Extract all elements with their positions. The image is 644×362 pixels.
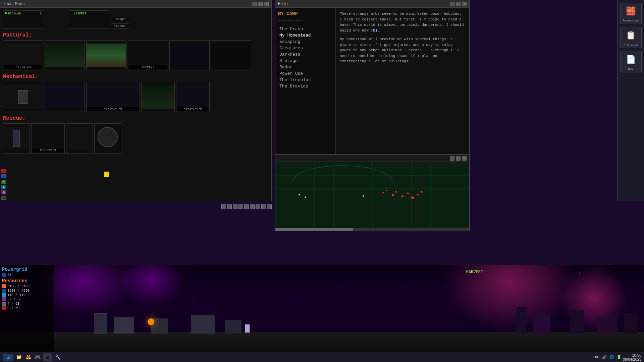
help-nav-my-homestead[interactable]: My Homestead xyxy=(278,32,333,39)
pastural-label-1: +1+2+3+4+5 xyxy=(4,65,42,69)
help-content: MY CAMP ---------- The Crash My Homestea… xyxy=(275,8,469,154)
map-scroll-thumb[interactable] xyxy=(275,228,353,231)
tech-menu-titlebar: Tech Menu ─ □ ✕ xyxy=(0,0,271,8)
start-button[interactable]: ⊞ xyxy=(3,354,13,361)
minimap-scrollbar[interactable] xyxy=(275,228,469,231)
right-panel: 🧱 Resources 📋 Projects 📄 BOL xyxy=(617,0,644,201)
help-nav-creatures[interactable]: Creatures xyxy=(278,45,333,51)
laser-button[interactable]: +Laser↓ xyxy=(112,23,129,29)
pastural-item-2[interactable] xyxy=(45,40,85,70)
maximize-button[interactable]: □ xyxy=(258,2,263,6)
help-window-controls: ─ □ ✕ xyxy=(450,2,467,6)
stat-icon-5 xyxy=(2,302,6,306)
structure-1 xyxy=(94,313,107,334)
pastural-berry-label: +Berry↓ xyxy=(129,65,167,69)
map-enemy-7 xyxy=(411,196,414,199)
help-highlight-b: [B] xyxy=(371,28,377,33)
mech-item-1[interactable] xyxy=(3,82,43,112)
help-nav-storage[interactable]: Storage xyxy=(278,58,333,64)
map-enemy-6 xyxy=(407,192,409,194)
map-friendly-2 xyxy=(305,196,306,198)
rescue-item-4[interactable] xyxy=(94,123,121,154)
game-icon-2[interactable]: ⚙ xyxy=(43,353,52,361)
window-controls: ─ □ ✕ xyxy=(252,2,269,6)
mech-item-3[interactable]: +1+2+3+4+5 xyxy=(86,82,140,112)
side-icon-6[interactable]: ⚠ xyxy=(1,196,6,200)
ground xyxy=(0,332,644,352)
progress-dots xyxy=(221,204,272,209)
stat-value-5: 4 / 60 xyxy=(7,302,19,306)
right-structure-3 xyxy=(570,310,584,334)
help-paragraph-1: These strange orbs seem to be manifested… xyxy=(340,11,465,33)
mechanical-label: Mechanical: xyxy=(3,74,269,80)
help-close-button[interactable]: ✕ xyxy=(462,2,467,6)
player-character xyxy=(245,324,250,333)
mechanical-grid: +1+2+3+4+5 +1+2+3+4+5 xyxy=(3,82,269,112)
rescue-grid: POD-TRACK xyxy=(3,123,269,154)
stat-row-1: 5100 / 5100 xyxy=(2,284,52,288)
help-nav-darkness[interactable]: Darkness xyxy=(278,51,333,58)
side-icon-1[interactable]: ❤ xyxy=(1,169,6,173)
progress-dot-3 xyxy=(233,204,237,209)
minimap-close-button[interactable]: ✕ xyxy=(462,156,467,161)
tech-menu-content: BIO-LAB 0 LASERIF +Adapt+ +Laser↓ Pastur… xyxy=(0,8,271,201)
browser-icon[interactable]: 🦊 xyxy=(24,353,32,361)
help-nav-radar[interactable]: Radar xyxy=(278,64,333,70)
structure-4 xyxy=(191,315,215,334)
minimap-content[interactable] xyxy=(275,162,469,228)
right-panel-resources[interactable]: 🧱 Resources xyxy=(620,3,642,24)
help-sidebar: MY CAMP ---------- The Crash My Homestea… xyxy=(275,8,336,154)
side-icon-3[interactable]: 🌿 xyxy=(1,180,6,184)
minimap-minimize-button[interactable]: ─ xyxy=(450,156,454,161)
help-nav-the-crash[interactable]: The Crash xyxy=(278,26,333,32)
tech-menu-window: Tech Menu ─ □ ✕ BIO-LAB 0 LASERIF +Adapt… xyxy=(0,0,272,201)
mech-item-4[interactable] xyxy=(141,82,175,112)
powergrid-value: 25 xyxy=(7,273,11,277)
minimap-window: ─ □ ✕ xyxy=(275,154,470,231)
minimap-maximize-button[interactable]: □ xyxy=(456,156,461,161)
structure-2 xyxy=(114,317,134,334)
rescue-item-3[interactable] xyxy=(66,123,93,154)
map-friendly-1 xyxy=(363,195,364,197)
mech-item-5[interactable]: +1+2+3+4+5 xyxy=(176,82,210,112)
help-minimize-button[interactable]: ─ xyxy=(450,2,454,6)
stat-row-5: 4 / 60 xyxy=(2,302,52,306)
help-nav-escaping[interactable]: Escaping xyxy=(278,39,333,45)
side-icon-2[interactable]: ⚡ xyxy=(1,174,6,178)
adapt-button[interactable]: +Adapt+ xyxy=(112,17,129,22)
pastural-item-1[interactable]: +1+2+3+4+5 xyxy=(3,40,43,70)
help-maximize-button[interactable]: □ xyxy=(456,2,461,6)
pastural-item-5[interactable] xyxy=(169,40,210,70)
help-nav-trecolos[interactable]: The Trecolos xyxy=(278,77,333,83)
rescue-item-2[interactable]: POD-TRACK xyxy=(31,123,65,154)
help-nav-power-use[interactable]: Power Use xyxy=(278,70,333,77)
file-explorer-icon[interactable]: 📁 xyxy=(15,353,23,361)
help-divider: ---------- xyxy=(278,18,333,23)
laserif-label: LASERIF xyxy=(74,12,87,15)
mech-item-2[interactable] xyxy=(45,82,85,112)
pastural-item-4[interactable]: +Berry↓ xyxy=(128,40,168,70)
help-nav-bravids[interactable]: The Bravids xyxy=(278,83,333,89)
mech-label-5: +1+2+3+4+5 xyxy=(177,107,209,111)
progress-dot-5 xyxy=(244,204,249,209)
pastural-grid: +1+2+3+4+5 +Berry↓ xyxy=(3,40,269,70)
close-button[interactable]: ✕ xyxy=(264,2,269,6)
side-icon-4[interactable]: 💧 xyxy=(1,185,6,189)
side-icon-5[interactable]: 🔮 xyxy=(1,190,6,194)
pastural-item-6[interactable] xyxy=(211,40,251,70)
stat-value-3: 110 / 110 xyxy=(7,293,25,297)
right-panel-projects[interactable]: 📋 Projects xyxy=(620,27,642,48)
powergrid-value-row: 25 xyxy=(2,273,52,277)
right-panel-bol[interactable]: 📄 BOL xyxy=(620,51,642,72)
game-icon-1[interactable]: 🎮 xyxy=(34,353,42,361)
bol-label: BOL xyxy=(628,67,633,71)
stat-value-2: 3280 / 4200 xyxy=(7,289,30,293)
mech-label-3: +1+2+3+4+5 xyxy=(87,107,139,111)
laserif-item[interactable]: LASERIF xyxy=(69,10,109,29)
rescue-item-1[interactable] xyxy=(3,123,30,154)
minimize-button[interactable]: ─ xyxy=(252,2,257,6)
pastural-item-3[interactable] xyxy=(86,40,126,70)
game-icon-3[interactable]: 🔧 xyxy=(54,353,62,361)
bio-lab-item[interactable]: BIO-LAB 0 xyxy=(3,10,43,29)
rescue-label: Rescue: xyxy=(3,115,269,121)
